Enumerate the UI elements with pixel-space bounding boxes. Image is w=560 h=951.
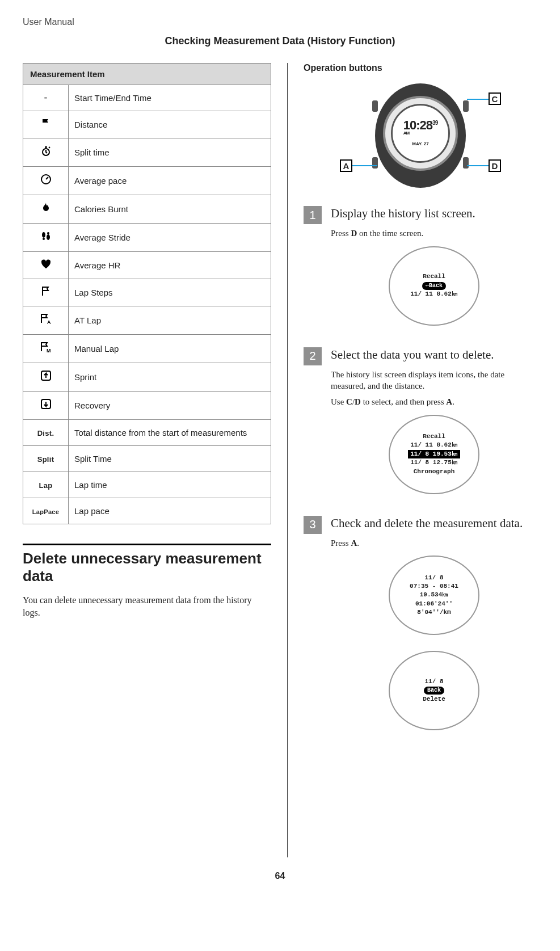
measurement-label: Recovery (69, 392, 271, 420)
table-row: Average Stride (23, 224, 271, 252)
step: 1Display the history list screen.Press D… (304, 206, 537, 342)
svg-point-4 (43, 238, 45, 240)
running-header: User Manual (23, 17, 537, 27)
flag-icon (23, 111, 69, 138)
measurement-label: Average pace (69, 167, 271, 195)
svg-point-2 (42, 232, 45, 238)
table-row: M Manual Lap (23, 335, 271, 363)
svg-point-3 (47, 234, 50, 240)
table-row: Sprint (23, 363, 271, 392)
measurement-label: Calories Burnt (69, 195, 271, 224)
screen-line: 8'04''/km (417, 608, 450, 617)
watch-screen: 11/ 8BackDelete (331, 651, 537, 730)
gauge-icon (23, 167, 69, 195)
measurement-label: Total distance from the start of measure… (69, 420, 271, 446)
screen-line: 11/ 11 8.62㎞ (410, 441, 458, 449)
measurement-label: Start Time/End Time (69, 85, 271, 111)
table-row: Calories Burnt (23, 195, 271, 224)
step-text: Use C/D to select, and then press A. (331, 396, 537, 407)
screen-line: Recall (423, 432, 445, 441)
table-row: Dist. Total distance from the start of m… (23, 420, 271, 446)
table-row: Split time (23, 138, 271, 167)
table-row: Average pace (23, 167, 271, 195)
flag-outline-icon (23, 279, 69, 306)
step: 2Select the data you want to delete.The … (304, 347, 537, 510)
dash-icon: - (23, 85, 69, 111)
screen-line: 19.534㎞ (420, 591, 449, 599)
watch-dial: 10:2839AM MAY. 27 (391, 104, 450, 163)
screen-line: 11/ 11 8.62㎞ (410, 290, 458, 298)
table-row: Recovery (23, 392, 271, 420)
right-column: Operation buttons 10:2839AM MAY. 27 A C … (287, 63, 537, 857)
flag-a-icon: A (23, 306, 69, 335)
screen-line: 11/ 8 (424, 574, 443, 582)
watch-screen: Recall←Back11/ 11 8.62㎞ (331, 246, 537, 326)
svg-text:A: A (47, 319, 51, 325)
step-number: 1 (304, 206, 322, 224)
svg-point-5 (47, 232, 49, 234)
watch-button-top-left (372, 100, 378, 112)
flame-icon (23, 195, 69, 224)
watch-button-bottom-left (372, 157, 378, 169)
table-row: Distance (23, 111, 271, 138)
table-row: - Start Time/End Time (23, 85, 271, 111)
flag-m-icon: M (23, 335, 69, 363)
measurement-label: Average Stride (69, 224, 271, 252)
table-row: Lap Steps (23, 279, 271, 306)
screen-line: Chronograph (414, 468, 455, 476)
recovery-icon (23, 392, 69, 420)
watch-screen: 11/ 807:35 - 08:4119.534㎞01:06'24''8'04'… (331, 556, 537, 635)
table-header: Measurement Item (23, 64, 271, 85)
step-title: Display the history list screen. (331, 206, 537, 221)
watch-button-bottom-right (463, 157, 469, 169)
two-column-layout: Measurement Item - Start Time/End Time D… (23, 63, 537, 857)
step-title: Check and delete the measurement data. (331, 516, 537, 531)
screen-line: 07:35 - 08:41 (410, 582, 458, 591)
watch-screen: Recall11/ 11 8.62㎞11/ 8 19.53㎞11/ 8 12.7… (331, 415, 537, 494)
screen-line: 11/ 8 (424, 678, 443, 686)
step-text: Press A. (331, 537, 537, 549)
sprint-icon (23, 363, 69, 392)
table-row: A AT Lap (23, 306, 271, 335)
watch-illustration: 10:2839AM MAY. 27 A C D (304, 79, 537, 192)
page-number: 64 (23, 871, 537, 881)
measurement-label: Average HR (69, 252, 271, 279)
measurement-label: Manual Lap (69, 335, 271, 363)
delete-section-body: You can delete unnecessary measurement d… (23, 594, 271, 618)
screen-line: ←Back (422, 281, 446, 290)
stopwatch-icon (23, 138, 69, 167)
heart-icon (23, 252, 69, 279)
split-text-icon: Split (23, 446, 69, 472)
screen-line: 01:06'24'' (415, 600, 453, 608)
operation-buttons-heading: Operation buttons (304, 63, 537, 73)
measurement-label: Distance (69, 111, 271, 138)
lappace-text-icon: LapPace (23, 498, 69, 524)
callout-d: D (489, 159, 501, 172)
step-body: Check and delete the measurement data.Pr… (331, 516, 537, 747)
step-text: Press D on the time screen. (331, 228, 537, 239)
step-number: 2 (304, 347, 322, 365)
screen-line: Delete (423, 695, 445, 704)
measurement-label: AT Lap (69, 306, 271, 335)
step-text: The history list screen displays item ic… (331, 369, 537, 392)
table-row: Split Split Time (23, 446, 271, 472)
measurement-label: Lap Steps (69, 279, 271, 306)
screen-line: 11/ 8 19.53㎞ (408, 450, 460, 458)
screen-line: Back (424, 686, 444, 695)
measurement-label: Sprint (69, 363, 271, 392)
svg-text:M: M (47, 348, 51, 353)
measurement-label: Split Time (69, 446, 271, 472)
left-column: Measurement Item - Start Time/End Time D… (23, 63, 271, 857)
table-row: Lap Lap time (23, 472, 271, 498)
measurement-item-table: Measurement Item - Start Time/End Time D… (23, 63, 271, 524)
step: 3Check and delete the measurement data.P… (304, 516, 537, 747)
watch-button-top-right (463, 100, 469, 112)
callout-a: A (340, 159, 352, 172)
step-number: 3 (304, 516, 322, 534)
footsteps-icon (23, 224, 69, 252)
steps-container: 1Display the history list screen.Press D… (304, 206, 537, 746)
callout-c: C (489, 92, 501, 105)
page-title: Checking Measurement Data (History Funct… (23, 35, 537, 47)
dist-text-icon: Dist. (23, 420, 69, 446)
section-rule (23, 544, 271, 545)
